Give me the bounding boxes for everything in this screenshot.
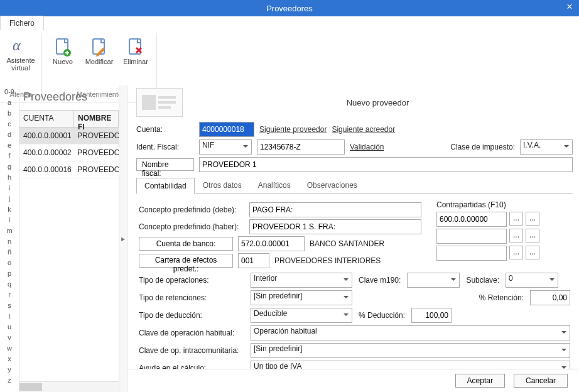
horizontal-scrollbar[interactable] <box>19 381 119 392</box>
alpha-o[interactable]: o <box>8 258 11 268</box>
col-cuenta[interactable]: CUENTA <box>19 111 74 127</box>
alpha-p[interactable]: p <box>8 268 11 279</box>
link-siguiente-acreedor[interactable]: Siguiente acreedor <box>332 125 395 134</box>
link-siguiente-proveedor[interactable]: Siguiente proveedor <box>259 125 327 134</box>
alpha-c[interactable]: c <box>8 119 11 129</box>
new-icon <box>52 36 73 58</box>
tipo-deduccion-select[interactable]: Deducible <box>251 308 352 323</box>
label-concepto-haber: Concepto predefinido (haber): <box>139 222 244 231</box>
alpha-h[interactable]: h <box>8 172 11 183</box>
modify-icon <box>89 36 110 58</box>
alpha-z[interactable]: z <box>8 375 11 386</box>
concepto-haber-input[interactable] <box>249 219 421 234</box>
alpha-t[interactable]: t <box>8 311 10 322</box>
contrapartida-2-input[interactable] <box>436 229 507 244</box>
subclave-select[interactable]: 0 <box>506 273 558 288</box>
alpha-d[interactable]: d <box>8 129 11 140</box>
tipo-retenciones-select[interactable]: [Sin predefinir] <box>251 290 352 305</box>
contrapartida-2-browse-b[interactable]: ... <box>526 229 539 242</box>
svg-rect-6 <box>158 96 176 99</box>
contrapartida-3-input[interactable] <box>436 246 507 261</box>
contrapartida-1-browse-a[interactable]: ... <box>509 212 523 226</box>
contrapartidas-title: Contrapartidas (F10) <box>436 200 570 209</box>
clave-op-habitual-select[interactable]: Operación habitual <box>251 325 570 340</box>
clave-m190-select[interactable] <box>407 273 460 288</box>
alpha-s[interactable]: s <box>8 300 11 311</box>
cartera-code-input[interactable] <box>238 253 269 268</box>
alpha-a[interactable]: a <box>8 97 11 108</box>
new-button[interactable]: Nuevo <box>46 35 80 67</box>
alpha-f[interactable]: f <box>8 151 10 161</box>
cuenta-banco-name: BANCO SANTANDER <box>310 239 384 248</box>
alpha-n[interactable]: n <box>8 236 11 247</box>
table-row[interactable]: 400.0.0.00001PROVEEDOR <box>19 128 119 144</box>
pct-deduccion-input[interactable] <box>411 308 452 323</box>
svg-text:α: α <box>13 37 21 53</box>
panel-title: Nuevo proveedor <box>183 98 573 107</box>
col-nombre[interactable]: NOMBRE FI <box>74 111 119 127</box>
cancel-button[interactable]: Cancelar <box>514 374 568 388</box>
alpha-y[interactable]: y <box>8 364 11 375</box>
alpha-u[interactable]: u <box>8 322 11 332</box>
alpha-e[interactable]: e <box>8 140 11 151</box>
ident-fiscal-type-select[interactable]: NIF <box>199 139 252 155</box>
list-pane: Proveedores CUENTA NOMBRE FI 400.0.0.000… <box>19 85 119 392</box>
alpha-g[interactable]: g <box>8 161 11 172</box>
alpha-x[interactable]: x <box>8 354 11 364</box>
alpha-i[interactable]: i <box>9 183 10 193</box>
accept-button[interactable]: Aceptar <box>455 374 505 388</box>
contrapartida-1-browse-b[interactable]: ... <box>526 212 539 226</box>
contrapartida-1-input[interactable] <box>436 212 507 227</box>
assistant-button[interactable]: α Asistente virtual <box>4 34 38 73</box>
clase-impuesto-select[interactable]: I.V.A. <box>520 139 573 155</box>
ayuda-calculo-select[interactable]: Un tipo de IVA <box>251 361 570 369</box>
svg-rect-7 <box>158 101 176 104</box>
tipo-operaciones-select[interactable]: Interior <box>251 273 352 288</box>
label-ident-fiscal: Ident. Fiscal: <box>136 143 194 151</box>
alpha-v[interactable]: v <box>8 332 11 343</box>
delete-button[interactable]: Eliminar <box>119 35 153 67</box>
grid: CUENTA NOMBRE FI 400.0.0.00001PROVEEDOR4… <box>19 110 119 392</box>
contrapartida-3-browse-b[interactable]: ... <box>526 246 539 259</box>
alpha-b[interactable]: b <box>8 108 11 119</box>
alpha-j[interactable]: j <box>9 193 10 204</box>
close-icon[interactable]: × <box>564 3 575 14</box>
tab-observaciones[interactable]: Observaciones <box>299 177 365 193</box>
cartera-button[interactable]: Cartera de efectos predet.: <box>139 254 233 268</box>
ribbon: Fichero α Asistente virtual Atenea Nuevo <box>0 16 579 85</box>
contrapartida-2-browse-a[interactable]: ... <box>509 229 523 242</box>
concepto-debe-input[interactable] <box>249 202 421 217</box>
alpha-w[interactable]: w <box>7 343 12 354</box>
nombre-fiscal-button[interactable]: Nombre fiscal: <box>136 158 194 171</box>
alpha-ñ[interactable]: ñ <box>8 247 11 258</box>
alpha-q[interactable]: q <box>8 279 11 290</box>
alpha-r[interactable]: r <box>8 290 11 300</box>
cuenta-banco-num-input[interactable] <box>238 236 305 251</box>
alpha-l[interactable]: l <box>9 215 10 226</box>
alpha-k[interactable]: k <box>8 204 11 215</box>
label-pct-deduccion: % Deducción: <box>359 311 405 320</box>
link-validacion[interactable]: Validación <box>350 143 384 151</box>
file-tab[interactable]: Fichero <box>0 16 44 30</box>
cuenta-input[interactable] <box>199 122 254 137</box>
grid-header: CUENTA NOMBRE FI <box>19 111 119 128</box>
expander-handle[interactable]: ▸ <box>119 85 127 392</box>
clave-intracomunitaria-select[interactable]: [Sin predefinir] <box>251 343 570 358</box>
table-row[interactable]: 400.0.0.00016PROVEEDOR <box>19 161 119 178</box>
modify-button[interactable]: Modificar <box>82 35 116 67</box>
alpha-0-9[interactable]: 0-9 <box>4 87 14 97</box>
tab-contabilidad[interactable]: Contabilidad <box>136 178 195 194</box>
alpha-m[interactable]: m <box>6 226 12 236</box>
cartera-name: PROVEEDORES INTERIORES <box>274 256 381 265</box>
nombre-fiscal-input[interactable] <box>199 157 573 172</box>
label-pct-retencion: % Retención: <box>479 293 524 302</box>
ident-fiscal-input[interactable] <box>257 139 345 155</box>
label-clave-m190: Clave m190: <box>359 276 401 285</box>
table-row[interactable]: 400.0.0.00002PROVEEDOR <box>19 144 119 161</box>
label-clave-intracomunitaria: Clave de op. intracomunitaria: <box>139 346 244 355</box>
cuenta-banco-button[interactable]: Cuenta de banco: <box>139 237 233 251</box>
tab-analiticos[interactable]: Analíticos <box>250 177 299 193</box>
pct-retencion-input[interactable] <box>530 290 570 305</box>
tab-otros-datos[interactable]: Otros datos <box>195 177 250 193</box>
contrapartida-3-browse-a[interactable]: ... <box>509 246 523 259</box>
